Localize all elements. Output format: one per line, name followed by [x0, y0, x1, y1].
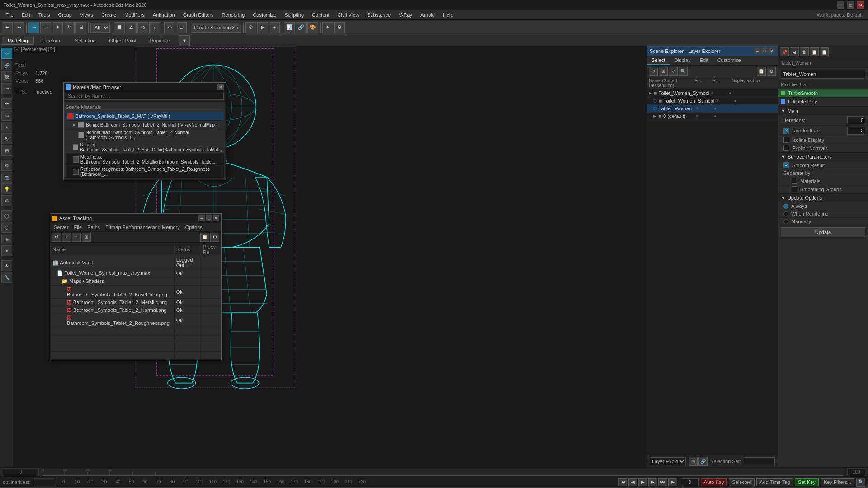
asset-tracking-titlebar[interactable]: Asset Tracking ─ □ ✕ [50, 214, 221, 223]
asset-tracking-scroll[interactable]: Name Status Proxy Re 🏢 Autodesk Vault Lo… [50, 243, 221, 360]
redo-button[interactable]: ↪ [14, 22, 24, 33]
camera-button[interactable]: 📷 [1, 172, 12, 183]
se-extra-btn2[interactable]: ⚙ [767, 67, 776, 76]
modifier-turbosmooth[interactable]: TurboSmooth [778, 89, 868, 98]
se-filter-btn[interactable]: ▽ [669, 67, 678, 76]
smoothing-groups-checkbox[interactable] [792, 186, 797, 192]
se-tab-customize[interactable]: Customize [713, 56, 745, 65]
link-button[interactable]: 🔗 [1, 60, 12, 70]
materials-checkbox[interactable] [792, 178, 797, 184]
menu-file[interactable]: File [2, 11, 17, 19]
render-iters-checkbox[interactable]: ✓ [783, 128, 789, 134]
modifier-name-input[interactable] [781, 70, 865, 79]
at-list-button[interactable]: ≡ [72, 233, 81, 242]
at-col-name[interactable]: Name [51, 243, 175, 256]
isoline-checkbox[interactable] [783, 137, 789, 143]
mod-copy-btn[interactable]: 📋 [810, 47, 819, 56]
create-compound[interactable]: ◈ [1, 234, 12, 244]
mod-paste-btn[interactable]: 📋 [820, 47, 829, 56]
extra-tools-button[interactable]: ✦ [322, 22, 333, 33]
at-server-menu[interactable]: Server [52, 225, 70, 230]
menu-vray[interactable]: V-Ray [395, 11, 416, 19]
display-panel[interactable]: 👁 [1, 260, 12, 271]
se-tab-edit[interactable]: Edit [695, 56, 713, 65]
tab-populate[interactable]: Populate [144, 37, 175, 45]
color-clipboard-button[interactable]: 🎨 [307, 22, 318, 33]
filter-dropdown[interactable]: All [90, 23, 110, 33]
select-tool[interactable]: ✛ [1, 98, 12, 109]
helper-button[interactable]: ⊕ [1, 195, 12, 206]
at-col-status[interactable]: Status [174, 243, 201, 256]
unlink-button[interactable]: ⛓ [1, 71, 12, 82]
layer-explorer-dropdown[interactable]: Layer Explorer [650, 457, 686, 465]
smooth-result-checkbox[interactable]: ✓ [783, 162, 789, 168]
graph-editors-button[interactable]: 📊 [284, 22, 295, 33]
create-selection-set-button[interactable]: Create Selection Se [191, 23, 241, 33]
se-search-btn[interactable]: 🔍 [679, 67, 688, 76]
next-frame-button[interactable]: ▶ [648, 478, 657, 486]
mod-pin-btn[interactable]: 📌 [780, 47, 789, 56]
selected-button[interactable]: Selected [729, 478, 755, 486]
select-region[interactable]: ▭ [1, 110, 12, 121]
hierarchy-button[interactable]: ⊛ [1, 160, 12, 171]
at-minimize-button[interactable]: ─ [198, 215, 205, 221]
material-search-input[interactable] [66, 92, 224, 100]
menu-tools[interactable]: Tools [35, 11, 54, 19]
tab-selection[interactable]: Selection [69, 37, 101, 45]
at-refresh-button[interactable]: ↺ [52, 233, 61, 242]
particle-systems[interactable]: ✦ [1, 245, 12, 256]
scale-tool[interactable]: ⊞ [1, 145, 12, 156]
expand-subtoolbar[interactable]: ▼ [179, 35, 190, 46]
se-tab-display[interactable]: Display [670, 56, 695, 65]
go-to-end-button[interactable]: ⏭ [658, 478, 667, 486]
table-row[interactable]: 🖼 Bathroom_Symbols_Tablet_2_Metallic.png… [51, 299, 221, 306]
menu-animation[interactable]: Animation [149, 11, 179, 19]
material-editor-button[interactable]: ◈ [269, 22, 280, 33]
select-obj-button[interactable]: ⊹ [1, 48, 12, 59]
mat-item[interactable]: Diffuse: Bathroom_Symbols_Tablet_2_BaseC… [66, 141, 224, 154]
at-options-menu[interactable]: Options [184, 225, 204, 230]
current-frame-input[interactable]: 0 [681, 478, 699, 486]
select-button[interactable]: ✛ [28, 22, 39, 33]
explicit-normals-checkbox[interactable] [783, 145, 789, 151]
table-row[interactable]: 🖼 Bathroom_Symbols_Tablet_2_Normal.png O… [51, 306, 221, 314]
at-grid-button[interactable]: ⊞ [82, 233, 91, 242]
when-rendering-radio[interactable] [783, 211, 788, 216]
at-col-proxy[interactable]: Proxy Re [201, 243, 221, 256]
menu-graph-editors[interactable]: Graph Editors [179, 11, 217, 19]
set-key-button[interactable]: Set Key [795, 478, 819, 486]
modifier-editable-poly[interactable]: Editable Poly [778, 98, 868, 106]
at-bitmap-menu[interactable]: Bitmap Performance and Memory [104, 225, 181, 230]
at-detail-button[interactable]: 📋 [200, 233, 209, 242]
menu-help[interactable]: Help [439, 11, 457, 19]
select-region-button[interactable]: ▭ [40, 22, 51, 33]
viewport[interactable]: [+] [Perspective] [St] Total Polys: 1,72… [14, 46, 646, 467]
spinner-snap[interactable]: ↕ [149, 22, 160, 33]
at-file-menu[interactable]: File [72, 225, 84, 230]
update-button[interactable]: Update [781, 227, 865, 237]
go-to-start-button[interactable]: ⏮ [618, 478, 627, 486]
timeline-track[interactable]: 0 10 20 30 [42, 469, 844, 476]
manually-radio[interactable] [783, 219, 788, 224]
menu-edit[interactable]: Edit [18, 11, 34, 19]
mat-item[interactable]: Normal map: Bathroom_Symbols_Tablet_2_No… [66, 129, 224, 141]
search-button[interactable]: 🔍 [856, 478, 865, 487]
tab-modeling[interactable]: Modeling [2, 37, 34, 45]
material-browser-titlebar[interactable]: Material/Map Browser ✕ [64, 83, 226, 92]
menu-arnold[interactable]: Arnold [417, 11, 439, 19]
maximize-button[interactable]: □ [847, 1, 854, 9]
table-row[interactable]: 📄 Toilet_Women_Symbol_max_vray.max Ok [51, 269, 221, 277]
tab-object-paint[interactable]: Object Paint [104, 37, 142, 45]
table-row[interactable]: 🖼 Bathroom_Symbols_Tablet_2_Roughness.pn… [51, 314, 221, 327]
se-tab-select[interactable]: Select [647, 56, 670, 65]
tree-row[interactable]: ▶ ◼ Toilet_Women_Symbol ❄ ● [647, 89, 778, 97]
close-button[interactable]: ✕ [857, 1, 864, 9]
at-add-button[interactable]: + [62, 233, 71, 242]
add-time-tag-button[interactable]: Add Time Tag [756, 478, 793, 486]
mod-back-btn[interactable]: ◀ [790, 47, 799, 56]
mat-item[interactable]: Bathroom_Symbols_Tablet_2_MAT ( VRayMtl … [66, 112, 224, 121]
at-maximize-button[interactable]: □ [206, 215, 212, 221]
mat-item[interactable]: ▶ Bump: Bathroom_Symbols_Tablet_2_Normal… [66, 121, 224, 129]
snap-toggle[interactable]: 🔲 [114, 22, 125, 33]
play-selected-button[interactable]: ▶ [668, 478, 677, 486]
